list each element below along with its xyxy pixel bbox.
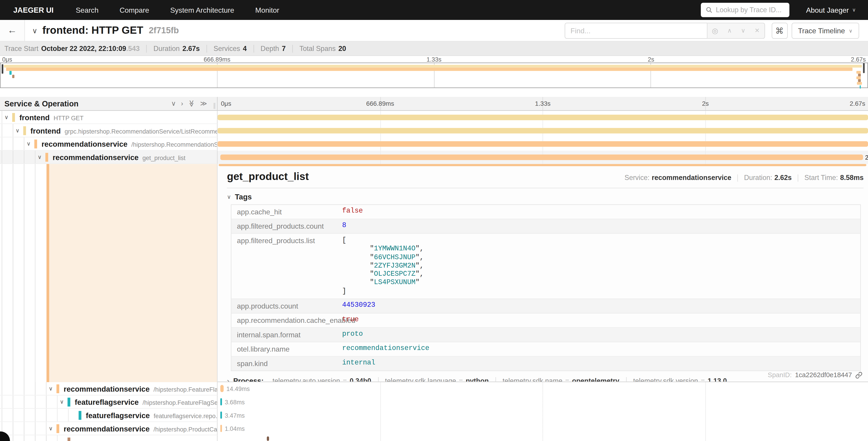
span-rows-top: ∨ frontendHTTP GET ∨ frontendgrpc.hipste… — [0, 111, 868, 164]
span-detail-meta: Service:recommendationservice Duration:2… — [624, 174, 864, 182]
span-bar[interactable] — [217, 128, 868, 133]
expand-all-icon[interactable]: ≫ — [200, 99, 207, 107]
tag-value: 44530923 — [342, 299, 375, 313]
span-rows-bottom: ∨ recommendationservice/hipstershop.Feat… — [0, 382, 868, 441]
total-spans-value: 20 — [339, 45, 346, 52]
span-row-partial[interactable] — [0, 435, 868, 441]
trace-header-controls: Find... ◎ ∧ ∨ ✕ ⌘ Trace Timeline ∨ — [564, 23, 859, 39]
keyboard-shortcuts-button[interactable]: ⌘ — [771, 23, 787, 39]
clear-find-icon[interactable]: ✕ — [755, 27, 760, 34]
span-row-productcatalog-call[interactable]: ∨ recommendationservice/hipstershop.Prod… — [0, 422, 868, 435]
tags-section-label: Tags — [235, 193, 252, 201]
span-row-featureflag-repo-query[interactable]: featureflagservicefeatureflagservice.rep… — [0, 409, 868, 422]
process-value: opentelemetry — [572, 377, 619, 382]
process-key: telemetry.auto.version — [273, 377, 340, 382]
span-duration-label: 1.04ms — [225, 422, 245, 435]
process-key: telemetry.sdk.name — [502, 377, 562, 382]
span-duration-label: 2.62s — [865, 151, 868, 164]
tag-row: otel.library.name recommendationservice — [231, 342, 860, 357]
span-row-frontend-http-get[interactable]: ∨ frontendHTTP GET — [0, 111, 868, 124]
tag-row: app.products.count 44530923 — [231, 299, 860, 314]
span-id-label: SpanID: — [768, 371, 792, 379]
nav-item-system-architecture[interactable]: System Architecture — [170, 6, 234, 14]
minimap-span-brown — [12, 75, 14, 78]
column-resize-handle[interactable]: ∥ — [213, 102, 216, 109]
minimap-span-cluster — [858, 74, 861, 76]
tag-row: app.cache_hit false — [231, 205, 860, 219]
service-name: frontend — [31, 127, 61, 135]
operation-name: featureflagservice.repo.query:fe… — [154, 413, 217, 419]
command-icon: ⌘ — [775, 26, 784, 36]
tag-row: app.recommendation.cache_enabled true — [231, 314, 860, 328]
span-duration-label: 14.49ms — [226, 382, 250, 395]
service-value: recommendationservice — [652, 174, 731, 182]
span-bar[interactable] — [220, 155, 863, 160]
span-row-featureflagservice-get[interactable]: ∨ featureflagservice/hipstershop.Feature… — [0, 395, 868, 409]
collapse-trace-chevron-icon[interactable]: ∨ — [32, 26, 37, 35]
span-table-header: Service & Operation ∨ › ≫ ≫ ∥ 0μs 666.89… — [0, 97, 868, 111]
trace-start-label: Trace Start — [4, 45, 38, 52]
collapse-all-icon[interactable]: ≫ — [188, 100, 195, 107]
chevron-down-icon: ∨ — [849, 28, 852, 33]
span-row-frontend-grpc[interactable]: ∨ frontendgrpc.hipstershop.Recommendatio… — [0, 124, 868, 138]
tag-value: recommendationservice — [342, 342, 429, 356]
service-operation-header: Service & Operation — [4, 99, 79, 108]
nav-item-compare[interactable]: Compare — [120, 6, 149, 14]
start-time-value: 8.58ms — [840, 174, 864, 182]
expand-one-icon[interactable]: › — [181, 99, 183, 107]
span-bar[interactable] — [220, 412, 222, 419]
minimap-span-cluster — [857, 71, 861, 74]
services-value: 4 — [243, 45, 247, 52]
nav-item-search[interactable]: Search — [76, 6, 99, 14]
span-row-recommendation-list[interactable]: ∨ recommendationservice/hipstershop.Reco… — [0, 138, 868, 151]
search-icon — [706, 6, 712, 13]
tags-section-toggle[interactable]: ∨ Tags — [227, 193, 864, 201]
trace-start-ms: .543 — [126, 45, 140, 52]
trace-view-selector[interactable]: Trace Timeline ∨ — [791, 23, 859, 39]
tag-key: internal.span.format — [231, 328, 342, 342]
find-input[interactable]: Find... — [564, 23, 707, 39]
span-bar[interactable] — [267, 437, 269, 441]
span-row-featureflag-call[interactable]: ∨ recommendationservice/hipstershop.Feat… — [0, 382, 868, 395]
minimap-span-teal — [9, 71, 11, 75]
services-label: Services — [214, 45, 240, 52]
about-jaeger-menu[interactable]: About Jaeger ∨ — [806, 6, 856, 14]
span-row-get-product-list[interactable]: ∨ recommendationserviceget_product_list … — [0, 151, 868, 164]
link-icon[interactable] — [855, 371, 863, 379]
trace-minimap[interactable] — [0, 62, 868, 88]
process-label: Process: — [233, 377, 264, 382]
operation-name: /hipstershop.FeatureFlagService/Ge… — [143, 399, 217, 406]
back-button[interactable]: ← — [0, 20, 25, 41]
collapse-one-icon[interactable]: ∨ — [171, 99, 176, 107]
back-arrow-icon: ← — [7, 25, 17, 36]
span-bar[interactable] — [220, 398, 222, 406]
span-bar[interactable] — [217, 115, 868, 120]
service-name: recommendationservice — [41, 140, 127, 148]
minimap-span-cluster — [857, 77, 861, 79]
find-placeholder: Find... — [570, 27, 590, 35]
nav-item-monitor[interactable]: Monitor — [255, 6, 279, 14]
process-key: telemetry.sdk.language — [385, 377, 456, 382]
span-bar[interactable] — [217, 141, 868, 147]
tick-label: 1.33s — [535, 100, 551, 107]
span-bar[interactable] — [220, 385, 224, 392]
minimap-span-cluster — [858, 79, 861, 82]
service-name: recommendationservice — [64, 385, 150, 393]
app-logo[interactable]: JAEGER UI — [13, 6, 54, 14]
tick-label: 0μs — [2, 56, 12, 62]
depth-label: Depth — [261, 45, 279, 52]
trace-id-lookup-input[interactable]: Lookup by Trace ID... — [701, 3, 789, 17]
span-detail-left-column — [0, 164, 217, 382]
trace-title: frontend: HTTP GET — [42, 25, 143, 37]
minimap-right-drag-handle[interactable] — [863, 63, 865, 73]
minimap-left-drag-handle[interactable] — [2, 64, 3, 74]
focus-match-icon[interactable]: ◎ — [712, 27, 718, 35]
tick-label: 2s — [702, 100, 709, 107]
span-bar[interactable] — [220, 425, 222, 432]
tag-key: app.products.count — [231, 299, 342, 313]
prev-match-icon[interactable]: ∧ — [727, 27, 732, 34]
next-match-icon[interactable]: ∨ — [741, 27, 745, 34]
span-id-footer: SpanID: 1ca2262df0e18447 — [768, 371, 863, 379]
minimap-span-teal-end — [859, 85, 861, 89]
service-name: recommendationservice — [64, 425, 150, 433]
